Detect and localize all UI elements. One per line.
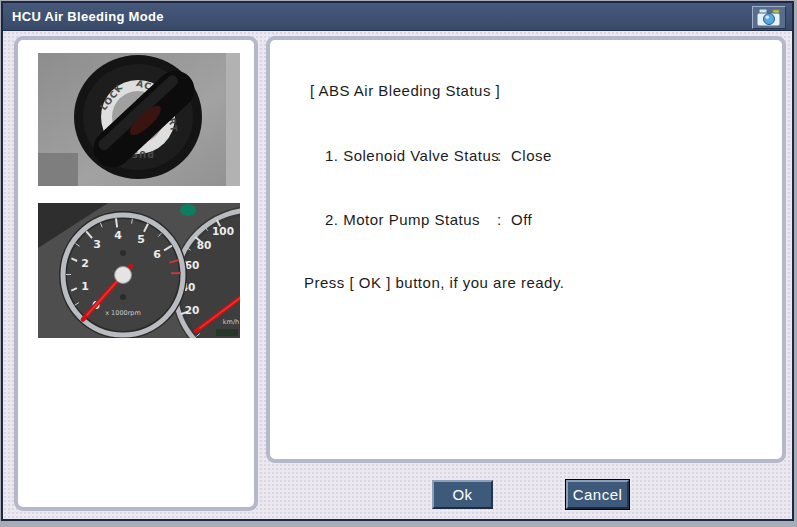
status-item-solenoid: 1. Solenoid Valve Status : Close [325,147,552,164]
dialog-window: HCU Air Bleeding Mode [1,1,794,521]
speed-number: 100 [212,225,234,237]
status-item-label: 1. Solenoid Valve Status [325,147,497,164]
instrument-cluster-image: 20 40 60 80 100 km/h [38,203,240,338]
titlebar: HCU Air Bleeding Mode [3,3,792,31]
status-item-value: : Close [497,147,552,164]
speed-unit: km/h [223,318,239,326]
speed-number: 80 [197,239,212,251]
instruction-text: Press [ OK ] button, if you are ready. [304,274,565,291]
camera-icon [756,8,782,27]
status-item-motor-pump: 2. Motor Pump Status : Off [325,211,532,228]
tach-number: 1 [81,280,89,293]
tach-number: 3 [93,238,101,251]
status-panel: [ ABS Air Bleeding Status ] 1. Solenoid … [266,36,786,463]
speed-number: 20 [185,304,200,316]
tach-number: 5 [137,233,145,246]
speed-number: 60 [185,259,200,271]
illustration-panel: LOCK ACC START PUSH [14,36,258,511]
cancel-button[interactable]: Cancel [566,480,629,509]
status-heading: [ ABS Air Bleeding Status ] [310,82,500,99]
window-title: HCU Air Bleeding Mode [12,9,164,24]
tach-number: 6 [153,248,161,261]
tachometer: 0 1 2 3 4 5 6 x 1000rpm [59,211,187,338]
tach-number: 2 [81,257,89,270]
tach-unit: x 1000rpm [105,309,141,317]
ok-button[interactable]: Ok [432,480,493,509]
ignition-switch-image: LOCK ACC START PUSH [38,53,240,186]
tach-number: 4 [114,229,122,242]
status-item-value: : Off [497,211,532,228]
screenshot-button[interactable] [752,6,786,29]
status-item-label: 2. Motor Pump Status [325,211,497,228]
